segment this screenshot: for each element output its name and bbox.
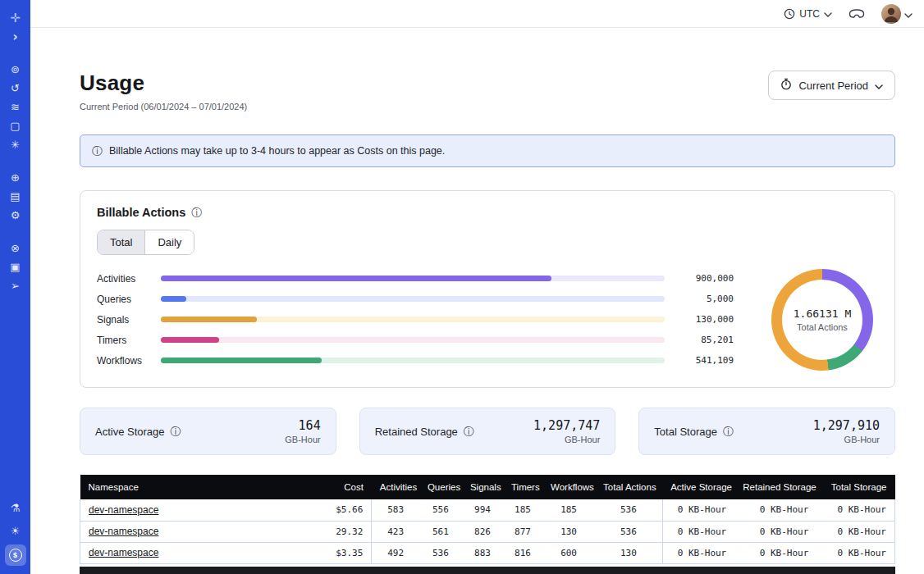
page-header: Usage Current Period (06/01/2024 – 07/01…	[80, 71, 895, 112]
page-subtitle: Current Period (06/01/2024 – 07/01/2024)	[80, 102, 247, 112]
table-cell: 185	[503, 499, 542, 521]
storage-value: 1,297,910	[813, 418, 880, 433]
period-selector-button[interactable]: Current Period	[768, 71, 895, 100]
info-icon: ⓘ	[92, 146, 103, 157]
bar-row: Queries5,000	[97, 289, 734, 309]
namespaces-icon[interactable]: ⊚	[6, 60, 25, 79]
storage-cards: Active Storageⓘ164GB-HourRetained Storag…	[80, 408, 895, 455]
column-header: Queries	[419, 475, 462, 499]
storage-card: Total Storageⓘ1,297,910GB-Hour	[638, 408, 895, 455]
column-header: Activities	[372, 475, 419, 499]
storage-label-text: Retained Storage	[375, 426, 458, 438]
storage-card-label: Retained Storageⓘ	[375, 426, 474, 438]
deployments-icon[interactable]: ▢	[6, 116, 25, 135]
storage-unit: GB-Hour	[285, 435, 320, 444]
chevron-down-icon	[904, 7, 913, 21]
main-area: UTC Usage Current Per	[30, 0, 924, 574]
namespace-link[interactable]: dev-namespace	[89, 526, 158, 537]
table-row: dev-namespace$5.665835569941851855360 KB…	[80, 499, 895, 521]
info-icon[interactable]: ⓘ	[723, 426, 734, 437]
billable-actions-card: Billable Actions ⓘ Total Daily Activitie…	[80, 190, 895, 388]
table-cell: 561	[419, 521, 462, 542]
bar-label: Timers	[97, 335, 151, 346]
column-header: Timers	[503, 475, 542, 499]
temporal-logo-icon[interactable]: ✛	[6, 8, 25, 27]
info-icon[interactable]: ⓘ	[171, 426, 181, 437]
usage-icon[interactable]: $	[5, 544, 26, 566]
info-icon[interactable]: ⓘ	[191, 207, 202, 218]
column-header: Workflows	[542, 475, 595, 499]
goggles-icon[interactable]	[849, 8, 865, 19]
bar-fill	[161, 337, 219, 343]
table-cell: 185	[542, 499, 595, 521]
table-cell: 536	[419, 542, 462, 563]
bar-label: Signals	[97, 314, 151, 326]
support-icon[interactable]: ⊗	[6, 239, 25, 257]
page-title-block: Usage Current Period (06/01/2024 – 07/01…	[80, 71, 247, 112]
period-button-label: Current Period	[798, 80, 868, 92]
sidebar-section: ⊚↺≋▢✳	[6, 60, 25, 154]
table-cell: 877	[503, 521, 542, 542]
namespace-cell: dev-namespace	[80, 542, 322, 563]
usage-table: NamespaceCostActivitiesQueriesSignalsTim…	[80, 475, 895, 564]
storage-unit: GB-Hour	[813, 435, 880, 444]
theme-icon[interactable]: ☀	[6, 522, 25, 540]
storage-label-text: Total Storage	[654, 426, 717, 438]
table-row: dev-namespace29.324235618268771305360 KB…	[80, 521, 895, 542]
getting-started-icon[interactable]: ➢	[6, 276, 25, 295]
column-header: Active Storage	[662, 475, 734, 499]
bar-track	[161, 276, 665, 281]
chevron-down-icon	[824, 8, 832, 20]
table-cell: 29.32	[322, 521, 372, 542]
docs-icon[interactable]: ▣	[6, 257, 25, 276]
tab-total[interactable]: Total	[98, 230, 144, 254]
card-title-row: Billable Actions ⓘ	[97, 206, 878, 219]
table-footer-bar	[80, 567, 895, 574]
namespace-link[interactable]: dev-namespace	[89, 547, 158, 558]
bar-row: Workflows541,109	[97, 350, 734, 371]
sidebar-section: ✛›	[6, 8, 25, 46]
namespace-link[interactable]: dev-namespace	[89, 504, 158, 516]
table-cell: 130	[595, 542, 662, 563]
usage-table-wrap: NamespaceCostActivitiesQueriesSignalsTim…	[80, 475, 895, 574]
bar-row: Timers85,201	[97, 330, 734, 350]
info-icon[interactable]: ⓘ	[464, 426, 474, 437]
donut-total-label: Total Actions	[797, 322, 848, 332]
chevron-down-icon	[875, 80, 883, 92]
column-header: Total Actions	[595, 475, 662, 499]
tab-daily[interactable]: Daily	[144, 230, 194, 254]
table-cell: 130	[542, 521, 595, 542]
history-icon[interactable]: ↺	[6, 79, 25, 98]
regions-icon[interactable]: ⊕	[6, 168, 25, 187]
nexus-icon[interactable]: ✳	[6, 135, 25, 154]
storage-value-block: 1,297,747GB-Hour	[533, 418, 600, 444]
collapse-chevron-icon[interactable]: ›	[6, 27, 25, 46]
billing-icon[interactable]: ▤	[6, 187, 25, 206]
topbar: UTC	[30, 0, 924, 28]
table-cell: 0 KB-Hour	[662, 499, 734, 521]
donut-center: 1.66131 M Total Actions	[782, 280, 862, 360]
column-header: Retained Storage	[734, 475, 817, 499]
table-cell: 826	[462, 521, 503, 542]
bar-row: Signals130,000	[97, 309, 734, 330]
column-header: Total Storage	[817, 475, 894, 499]
labs-icon[interactable]: ⚗	[6, 499, 25, 517]
table-cell: 0 KB-Hour	[662, 521, 734, 542]
user-menu[interactable]	[881, 4, 913, 24]
timezone-selector[interactable]: UTC	[784, 8, 832, 20]
queues-icon[interactable]: ≋	[6, 98, 25, 116]
settings-icon[interactable]: ⚙	[6, 206, 25, 225]
view-toggle: Total Daily	[97, 230, 194, 255]
sidebar-section: ⊕▤⚙	[6, 168, 25, 225]
donut-ring: 1.66131 M Total Actions	[771, 269, 873, 371]
storage-value-block: 1,297,910GB-Hour	[813, 418, 880, 444]
info-banner-text: Billable Actions may take up to 3-4 hour…	[109, 145, 445, 157]
sidebar-bottom: ⚗☀$	[5, 499, 26, 566]
table-cell: 492	[372, 542, 419, 563]
bar-fill	[161, 276, 551, 281]
bar-track	[161, 317, 665, 322]
bar-track	[161, 337, 665, 343]
bar-chart: Activities900,000Queries5,000Signals130,…	[97, 268, 734, 371]
storage-unit: GB-Hour	[533, 435, 600, 444]
column-header: Signals	[462, 475, 503, 499]
